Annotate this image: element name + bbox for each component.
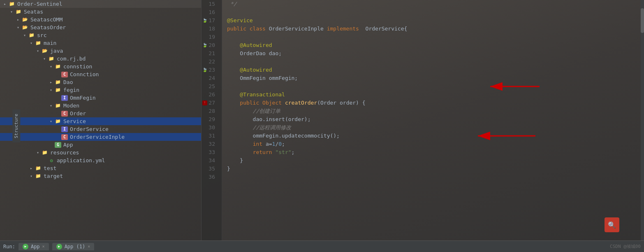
tree-item-fegin[interactable]: ▾📁fegin	[0, 86, 201, 94]
tree-label-order: Order	[70, 110, 86, 117]
tree-item-app[interactable]: GApp	[0, 141, 201, 149]
csdn-watermark: CSDN @倾城00	[610, 243, 641, 250]
tree-label-app: App	[63, 142, 73, 148]
code-line-19	[227, 33, 644, 41]
search-icon: 🔍	[608, 221, 616, 229]
line-num-28: 28	[202, 107, 218, 115]
tree-arrow-dao[interactable]: ▸	[48, 80, 54, 84]
code-lines[interactable]: */@Servicepublic class OrderServiceInple…	[222, 0, 644, 240]
tree-item-seatas[interactable]: ▾📁Seatas	[0, 8, 201, 16]
tree-item-dao[interactable]: ▸📁Dao	[0, 78, 201, 86]
tree-item-com.rj.bd[interactable]: ▾📁com.rj.bd	[0, 55, 201, 63]
tree-label-orderserviceinple: OrderServiceInple	[70, 134, 125, 140]
tree-label-java: java	[50, 48, 63, 54]
code-line-17: @Service	[227, 16, 644, 25]
tree-icon-target: 📁	[35, 173, 42, 179]
line-num-26: 26	[202, 91, 218, 99]
line-num-31: 31	[202, 132, 218, 140]
run-tab-close-1[interactable]: ×	[88, 244, 90, 249]
tree-arrow-moden[interactable]: ▾	[48, 103, 54, 108]
token: //远程调用修改	[227, 124, 291, 132]
token: OrderService	[362, 25, 404, 33]
token: creatOrder	[285, 99, 317, 107]
tree-item-moden[interactable]: ▾📁Moden	[0, 102, 201, 110]
tree-icon-app: G	[54, 142, 62, 148]
token: /	[275, 140, 278, 148]
line-num-27: 27!	[202, 99, 218, 107]
token: 0	[278, 140, 282, 148]
tree-item-target[interactable]: ▾📁target	[0, 172, 201, 180]
token: */	[227, 0, 236, 8]
code-line-22	[227, 58, 644, 66]
structure-label-text: Structure	[14, 114, 19, 138]
tree-item-test[interactable]: ▸📁test	[0, 164, 201, 172]
tree-label-fegin: fegin	[63, 87, 79, 93]
tree-item-service[interactable]: ▾📁Service	[0, 117, 201, 125]
tree-arrow-main[interactable]: ▾	[28, 41, 35, 45]
tree-arrow-src[interactable]: ▾	[21, 33, 28, 37]
tree-item-main[interactable]: ▾📁main	[0, 39, 201, 47]
tree-arrow-test[interactable]: ▸	[28, 166, 35, 170]
tree-label-src: src	[37, 32, 46, 38]
tree-arrow-service[interactable]: ▾	[48, 119, 54, 124]
tree-item-connstion[interactable]: ▾📁connstion	[0, 63, 201, 70]
tree-item-orderserviceinple[interactable]: COrderServiceInple	[0, 133, 201, 141]
line-num-34: 34	[202, 156, 218, 165]
token: ommFegin.updatecommocity();	[227, 132, 340, 140]
tree-label-application-yml: application.yml	[57, 157, 105, 163]
tree-item-application-yml[interactable]: ⚙application.yml	[0, 156, 201, 164]
gutter-leaf-icon-17: 🍃	[202, 18, 207, 23]
tree-icon-resources: 📁	[41, 150, 49, 156]
bottom-bar: Run: ▶App×▶App (1)× CSDN @倾城00	[0, 240, 644, 252]
tree-item-src[interactable]: ▾📁src	[0, 31, 201, 39]
tree-item-orderservice[interactable]: IOrderService	[0, 125, 201, 133]
code-line-24: OmmFegin ommFegin;	[227, 74, 644, 82]
token: Object	[262, 99, 285, 107]
tree-label-orderservice: OrderService	[70, 126, 109, 132]
tree-arrow-com.rj.bd[interactable]: ▾	[41, 56, 48, 61]
run-tab-1[interactable]: ▶App (1)×	[52, 243, 95, 250]
tree-item-connction[interactable]: CConnction	[0, 70, 201, 78]
tree-icon-com.rj.bd: 📁	[48, 56, 55, 62]
tree-item-resources[interactable]: ▾📁resources	[0, 149, 201, 156]
code-line-21: OrderDao dao;	[227, 49, 644, 58]
line-num-23: 23🍃	[202, 66, 218, 74]
run-tab-close-0[interactable]: ×	[42, 244, 45, 249]
token: ;	[282, 140, 285, 148]
line-num-16: 16	[202, 8, 218, 16]
run-tab-0[interactable]: ▶App×	[19, 243, 49, 250]
tree-arrow-seatascOMM[interactable]: ▸	[15, 17, 21, 22]
tree-label-resources: resources	[50, 149, 79, 156]
token	[227, 99, 240, 107]
tree-item-java[interactable]: ▾📂java	[0, 47, 201, 55]
tree-arrow-java[interactable]: ▾	[35, 49, 41, 53]
tree-item-order-sentinel[interactable]: ▸📁Order-Sentinel	[0, 0, 201, 8]
code-line-16	[227, 8, 644, 16]
tree-arrow-resources[interactable]: ▾	[35, 150, 41, 155]
tree-item-ommfegin[interactable]: IOmmFegin	[0, 94, 201, 102]
scrollbar-thumb[interactable]	[641, 8, 644, 33]
line-num-33: 33	[202, 148, 218, 156]
code-line-26: @Transactional	[227, 91, 644, 99]
tree-arrow-connstion[interactable]: ▾	[48, 64, 54, 69]
run-tabs: ▶App×▶App (1)×	[19, 243, 96, 250]
search-button[interactable]: 🔍	[605, 217, 619, 232]
tree-arrow-target[interactable]: ▾	[28, 174, 35, 178]
tree-item-seatascOMM[interactable]: ▸📂SeatascOMM	[0, 16, 201, 23]
tree-arrow-order-sentinel[interactable]: ▸	[2, 2, 8, 6]
scrollbar-vertical[interactable]	[641, 0, 644, 240]
tree-arrow-seatasOrder[interactable]: ▾	[15, 25, 21, 30]
tree-arrow-seatas[interactable]: ▾	[8, 9, 15, 14]
line-num-36: 36	[202, 173, 218, 181]
code-container: 151617🍃181920🍃212223🍃24252627!2829303132…	[202, 0, 644, 240]
tree-item-order[interactable]: COrder	[0, 110, 201, 117]
token: @Transactional	[227, 91, 285, 99]
tree-arrow-fegin[interactable]: ▾	[48, 88, 54, 92]
tree-label-test: test	[44, 165, 56, 171]
token: @Autowired	[227, 66, 272, 74]
tree-item-seatasOrder[interactable]: ▾📂SeatasOrder	[0, 23, 201, 31]
token: //创建订单	[227, 107, 280, 115]
token: a=	[266, 140, 272, 148]
structure-panel-label[interactable]: Structure	[12, 110, 20, 142]
token: {	[404, 25, 408, 33]
